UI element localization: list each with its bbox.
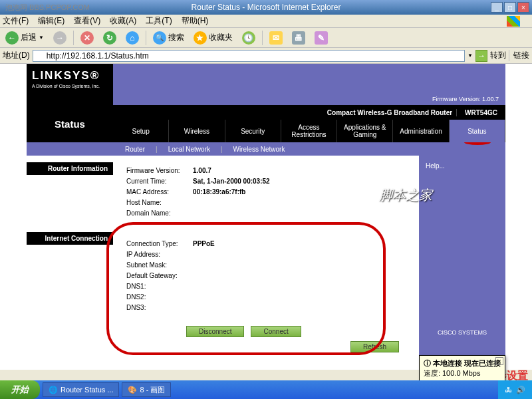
browser-viewport[interactable]: LINKSYS® A Division of Cisco Systems, In…: [0, 64, 532, 370]
tab-access[interactable]: AccessRestrictions: [281, 120, 337, 142]
history-button[interactable]: 🕓: [239, 30, 258, 46]
ip-label: IP Address:: [126, 251, 193, 258]
dns3-label: DNS3:: [126, 304, 193, 311]
dns1-label: DNS1:: [126, 283, 193, 290]
content-area: Router Information Internet Connection F…: [27, 156, 505, 370]
maximize-button[interactable]: □: [504, 2, 516, 13]
product-name: Compact Wireless-G Broadband Router: [327, 109, 456, 116]
router-page: LINKSYS® A Division of Cisco Systems, In…: [27, 64, 505, 370]
main-tabs: Setup Wireless Security AccessRestrictio…: [113, 120, 505, 142]
section-internet: Internet Connection: [27, 232, 113, 245]
minimize-button[interactable]: _: [491, 2, 503, 13]
menu-favorites[interactable]: 收藏(A): [110, 15, 136, 27]
address-bar: 地址(D) ▼ → 转到 链接: [0, 48, 532, 64]
balloon-close-button[interactable]: ×: [495, 357, 503, 365]
menu-edit[interactable]: 编辑(E): [38, 15, 65, 27]
tab-security[interactable]: Security: [225, 120, 281, 142]
conn-label: Connection Type:: [126, 240, 193, 247]
tab-apps[interactable]: Applications &Gaming: [337, 120, 393, 142]
firmware-version-label: Firmware Version: 1.00.7: [426, 93, 505, 105]
home-button[interactable]: ⌂: [123, 30, 142, 46]
connect-button[interactable]: Connect: [251, 326, 301, 337]
print-button[interactable]: 🖶: [289, 30, 308, 46]
sub-tabs: Router | Local Network | Wireless Networ…: [27, 142, 505, 156]
address-input[interactable]: [33, 50, 465, 62]
close-button[interactable]: ×: [517, 2, 529, 13]
menu-file[interactable]: 文件(F): [3, 15, 29, 27]
domain-label: Domain Name:: [126, 209, 193, 217]
balloon-title: 本地连接 现在已连接: [433, 359, 501, 367]
page-title: Status: [27, 105, 113, 142]
cisco-logo: CISCO SYSTEMS: [426, 329, 499, 336]
address-dropdown-icon[interactable]: ▼: [467, 53, 473, 59]
go-button[interactable]: →: [475, 50, 487, 62]
stop-button[interactable]: ✕: [78, 30, 96, 46]
search-button[interactable]: 🔍搜索: [150, 30, 187, 46]
go-label[interactable]: 转到: [490, 50, 506, 61]
refresh-button[interactable]: ↻: [100, 30, 119, 46]
help-link[interactable]: Help...: [426, 162, 499, 170]
window-titlebar: 泡泡网 BBS.PCPOP.COM Router Status - Micros…: [0, 0, 532, 15]
watermark-top: 泡泡网 BBS.PCPOP.COM: [5, 3, 90, 13]
balloon-speed: 速度: 100.0 Mbps: [424, 368, 501, 370]
product-bar: Compact Wireless-G Broadband Router WRT5…: [113, 105, 505, 120]
fw-label: Firmware Version:: [126, 167, 193, 174]
watermark-center: 脚本之家: [379, 186, 432, 204]
time-label: Current Time:: [126, 178, 193, 185]
subtab-local[interactable]: Local Network: [163, 146, 215, 153]
window-title: Router Status - Microsoft Internet Explo…: [192, 3, 341, 12]
mail-button[interactable]: ✉: [267, 30, 285, 46]
tab-admin[interactable]: Administration: [393, 120, 449, 142]
windows-logo-icon: [507, 16, 520, 27]
tab-wireless[interactable]: Wireless: [169, 120, 225, 142]
section-router-info: Router Information: [27, 162, 113, 175]
fw-value: 1.00.7: [193, 167, 211, 174]
subnet-label: Subnet Mask:: [126, 261, 193, 269]
toolbar: ←后退 ▼ → ✕ ↻ ⌂ 🔍搜索 ★收藏夹 🕓 ✉ 🖶 ✎: [0, 28, 532, 48]
back-button[interactable]: ←后退 ▼: [3, 30, 47, 46]
dns2-label: DNS2:: [126, 293, 193, 301]
forward-button[interactable]: →: [51, 30, 69, 46]
subtab-router[interactable]: Router: [120, 146, 150, 153]
address-label: 地址(D): [3, 50, 30, 61]
annotation-mark: [464, 140, 491, 145]
linksys-logo: LINKSYS® A Division of Cisco Systems, In…: [27, 64, 113, 105]
edit-button[interactable]: ✎: [312, 30, 331, 46]
tab-setup[interactable]: Setup: [113, 120, 169, 142]
nav-row: Status Compact Wireless-G Broadband Rout…: [27, 105, 505, 142]
menu-view[interactable]: 查看(V): [74, 15, 100, 27]
network-balloon: ⓘ 本地连接 现在已连接 速度: 100.0 Mbps ×: [419, 355, 505, 370]
gw-label: Default Gateway:: [126, 272, 193, 279]
content-sidebar: Router Information Internet Connection: [27, 156, 113, 370]
time-value: Sat, 1-Jan-2000 00:03:52: [193, 178, 270, 185]
subtab-wireless[interactable]: Wireless Network: [228, 146, 291, 153]
conn-value: PPPoE: [193, 240, 215, 247]
menu-help[interactable]: 帮助(H): [182, 15, 209, 27]
host-label: Host Name:: [126, 199, 193, 206]
tab-status[interactable]: Status: [450, 120, 505, 142]
mac-label: MAC Address:: [126, 188, 193, 196]
refresh-page-button[interactable]: Refresh: [350, 341, 399, 352]
content-main: Firmware Version:1.00.7 Current Time:Sat…: [113, 156, 419, 370]
page-header: LINKSYS® A Division of Cisco Systems, In…: [27, 64, 505, 105]
disconnect-button[interactable]: Disconnect: [186, 326, 244, 337]
links-label[interactable]: 链接: [509, 50, 529, 61]
favorites-button[interactable]: ★收藏夹: [191, 30, 235, 46]
menubar: 文件(F) 编辑(E) 查看(V) 收藏(A) 工具(T) 帮助(H): [0, 15, 532, 28]
menu-tools[interactable]: 工具(T): [146, 15, 172, 27]
mac-value: 00:18:39:a6:7f:fb: [193, 188, 245, 196]
model-name: WRT54GC: [456, 109, 505, 116]
